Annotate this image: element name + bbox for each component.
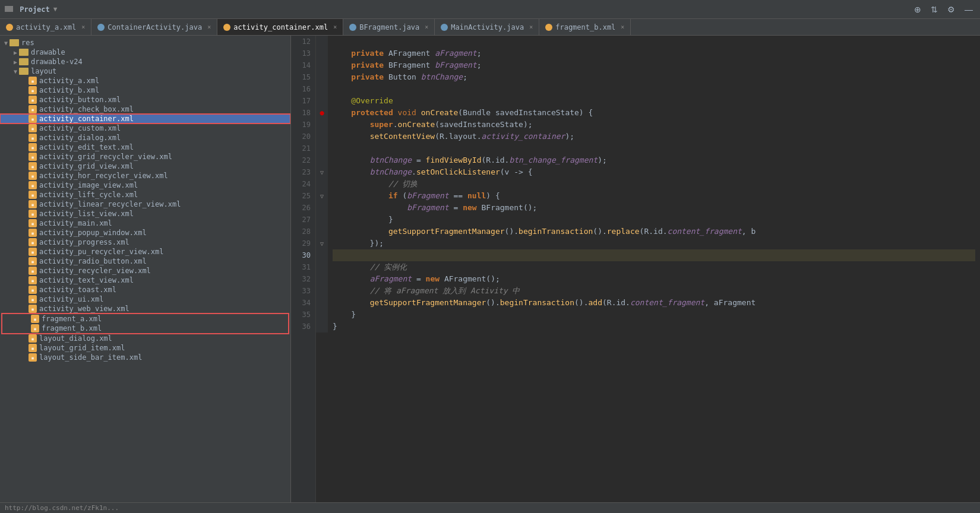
code-line: aFragment = new AFragment(); xyxy=(333,273,975,285)
tree-arrow-icon: ▶ xyxy=(12,49,19,56)
tree-item[interactable]: ▦activity_text_view.xml xyxy=(0,276,290,285)
tree-item[interactable]: ▦activity_custom.xml xyxy=(0,124,290,133)
close-tab-icon[interactable]: × xyxy=(529,24,533,30)
tree-item[interactable]: ▦activity_radio_button.xml xyxy=(0,256,290,266)
close-tab-icon[interactable]: × xyxy=(621,24,624,30)
tree-item[interactable]: ▼layout xyxy=(0,66,290,76)
tree-item[interactable]: ▦activity_edit_text.xml xyxy=(0,142,290,152)
tree-item-label: layout xyxy=(31,67,290,75)
tree-item[interactable]: ▦activity_container.xml xyxy=(0,114,290,124)
tree-item[interactable]: ▦activity_image_view.xml xyxy=(0,180,290,190)
sort-icon[interactable]: ⇅ xyxy=(928,4,940,15)
tree-item-label: activity_edit_text.xml xyxy=(39,143,290,151)
tab-fragment-b-xml[interactable]: fragment_b.xml × xyxy=(539,19,631,35)
tree-item[interactable]: ▦activity_ui.xml xyxy=(0,294,290,304)
tree-item[interactable]: ▦activity_grid_view.xml xyxy=(0,162,290,171)
project-label: Project xyxy=(5,5,50,14)
code-area[interactable]: 1213141516171819202122232425262728293031… xyxy=(291,36,980,502)
line-number: 33 xyxy=(296,285,311,297)
tree-item[interactable]: ▦layout_grid_item.xml xyxy=(0,343,290,353)
close-tab-icon[interactable]: × xyxy=(207,24,211,30)
folder-icon xyxy=(10,39,19,46)
minimize-icon[interactable]: — xyxy=(962,4,975,15)
code-line: private BFragment bFragment; xyxy=(333,59,975,71)
tree-item-label: activity_list_view.xml xyxy=(39,210,290,218)
tree-item-label: activity_image_view.xml xyxy=(39,181,290,189)
xml-file-icon: ▦ xyxy=(29,77,37,85)
tree-item[interactable]: ▦fragment_a.xml xyxy=(2,314,288,324)
tree-item-label: activity_progress.xml xyxy=(39,238,290,246)
tree-item[interactable]: ▦layout_dialog.xml xyxy=(0,334,290,343)
tab-bar: activity_a.xml × ContainerActivity.java … xyxy=(0,19,980,36)
tree-item-label: activity_popup_window.xml xyxy=(39,229,290,237)
xml-file-icon: ▦ xyxy=(29,286,37,294)
tree-item-label: activity_button.xml xyxy=(39,96,290,104)
line-number: 31 xyxy=(296,261,311,273)
tree-item[interactable]: ▦activity_recycler_view.xml xyxy=(0,266,290,276)
xml-file-icon: ▦ xyxy=(29,210,37,218)
tree-item[interactable]: ▦activity_check_box.xml xyxy=(0,104,290,114)
tree-item[interactable]: ▦layout_side_bar_item.xml xyxy=(0,353,290,362)
breakpoint-icon: ● xyxy=(317,107,327,119)
xml-file-icon: ▦ xyxy=(29,105,37,113)
tree-item[interactable]: ▦activity_a.xml xyxy=(0,76,290,86)
xml-file-icon: ▦ xyxy=(29,219,37,227)
toolbar: Project ▼ ⊕ ⇅ ⚙ — xyxy=(0,0,980,19)
xml-file-icon: ▦ xyxy=(29,238,37,246)
tab-container-activity-java[interactable]: ContainerActivity.java × xyxy=(91,19,217,35)
tree-arrow-icon: ▼ xyxy=(2,40,10,46)
tree-item[interactable]: ▦activity_toast.xml xyxy=(0,285,290,294)
tree-item[interactable]: ▶drawable xyxy=(0,48,290,57)
code-line: btnChange.setOnClickListener(v -> { xyxy=(333,166,975,178)
tree-item[interactable]: ▦activity_linear_recycler_view.xml xyxy=(0,200,290,209)
tab-activity-container-xml[interactable]: activity_container.xml × xyxy=(217,19,343,35)
tree-item[interactable]: ▦activity_list_view.xml xyxy=(0,209,290,218)
settings-icon[interactable]: ⚙ xyxy=(945,4,957,15)
tree-item[interactable]: ▦fragment_b.xml xyxy=(2,324,288,333)
tree-item[interactable]: ▦activity_hor_recycler_view.xml xyxy=(0,171,290,180)
code-line: getSupportFragmentManager().beginTransac… xyxy=(333,226,975,238)
tree-item[interactable]: ▦activity_b.xml xyxy=(0,86,290,95)
sync-icon[interactable]: ⊕ xyxy=(912,4,924,15)
tree-item-label: activity_linear_recycler_view.xml xyxy=(39,200,290,208)
close-tab-icon[interactable]: × xyxy=(81,24,85,30)
tree-item[interactable]: ▼res xyxy=(0,38,290,48)
tree-item[interactable]: ▦activity_popup_window.xml xyxy=(0,228,290,238)
xml-file-icon xyxy=(6,24,13,31)
tree-item-label: activity_dialog.xml xyxy=(39,134,290,142)
project-tree[interactable]: ▼res▶drawable▶drawable-v24▼layout▦activi… xyxy=(0,36,290,502)
tree-item[interactable]: ▦activity_lift_cycle.xml xyxy=(0,190,290,200)
tree-item[interactable]: ▦activity_web_view.xml xyxy=(0,304,290,314)
tree-item[interactable]: ▦activity_progress.xml xyxy=(0,238,290,247)
code-line: } xyxy=(333,321,975,332)
tab-activity-a-xml[interactable]: activity_a.xml × xyxy=(0,19,91,35)
tree-item[interactable]: ▦activity_pu_recycler_view.xml xyxy=(0,247,290,256)
xml-file-icon: ▦ xyxy=(29,134,37,142)
tree-item[interactable]: ▶drawable-v24 xyxy=(0,57,290,66)
line-number: 26 xyxy=(296,202,311,214)
tree-item[interactable]: ▦activity_button.xml xyxy=(0,95,290,104)
tab-mainactivity-java[interactable]: MainActivity.java × xyxy=(435,19,539,35)
close-tab-icon[interactable]: × xyxy=(425,24,428,30)
folder-icon xyxy=(19,68,29,75)
line-numbers: 1213141516171819202122232425262728293031… xyxy=(291,36,316,502)
tree-item-label: activity_grid_view.xml xyxy=(39,162,290,170)
tree-item[interactable]: ▦activity_dialog.xml xyxy=(0,133,290,142)
tree-item[interactable]: ▦activity_main.xml xyxy=(0,218,290,228)
code-line: getSupportFragmentManager().beginTransac… xyxy=(333,297,975,309)
code-line: super.onCreate(savedInstanceState); xyxy=(333,119,975,131)
line-number: 22 xyxy=(296,154,311,166)
close-tab-icon[interactable]: × xyxy=(333,24,337,30)
line-number: 19 xyxy=(296,119,311,131)
tab-bfragment-java[interactable]: BFragment.java × xyxy=(343,19,435,35)
code-line: @Override xyxy=(333,95,975,107)
tree-item-label: activity_custom.xml xyxy=(39,124,290,132)
folder-icon xyxy=(19,58,29,65)
bottom-bar: http://blog.csdn.net/zFk1n... xyxy=(0,502,980,513)
code-line: } xyxy=(333,309,975,321)
java-file-icon xyxy=(97,24,105,31)
tree-item-label: layout_side_bar_item.xml xyxy=(39,353,290,362)
xml-file-icon: ▦ xyxy=(29,267,37,275)
code-line: if (bFragment == null) { xyxy=(333,190,975,202)
tree-item[interactable]: ▦activity_grid_recycler_view.xml xyxy=(0,152,290,162)
